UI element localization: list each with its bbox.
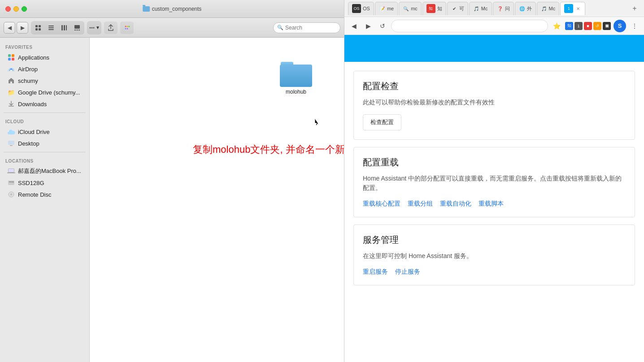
downloads-label: Downloads bbox=[18, 101, 47, 108]
gallery-view-button[interactable] bbox=[71, 22, 83, 34]
tab-ke[interactable]: ✔ 可 bbox=[447, 2, 468, 15]
service-mgmt-desc: 在这里即可控制 Home Assistant 服务。 bbox=[363, 251, 626, 261]
check-config-button[interactable]: 检查配置 bbox=[363, 114, 401, 130]
cursor bbox=[314, 117, 320, 126]
svg-rect-33 bbox=[9, 181, 12, 182]
config-reload-links: 重载核心配置 重载分组 重载自动化 重载脚本 bbox=[363, 200, 626, 208]
svg-point-17 bbox=[125, 26, 126, 27]
browser-forward-button[interactable]: ▶ bbox=[362, 20, 374, 32]
share-button[interactable] bbox=[104, 22, 117, 34]
finder-title-bar: custom_components bbox=[143, 6, 202, 12]
profile-button[interactable]: S bbox=[614, 20, 626, 32]
ssd128g-label: SSD128G bbox=[18, 180, 44, 186]
view-mode-group bbox=[31, 21, 84, 34]
search-input[interactable] bbox=[285, 25, 336, 31]
sidebar-divider-1 bbox=[4, 112, 86, 113]
config-check-desc: 此处可以帮助你检验最新修改的配置文件有效性 bbox=[363, 98, 626, 107]
svg-rect-26 bbox=[9, 106, 14, 107]
tab-wen[interactable]: ❓ 问 bbox=[493, 2, 514, 15]
action-button[interactable]: ▼ bbox=[88, 22, 100, 34]
tab-mc2[interactable]: 🎵 Mc bbox=[469, 2, 492, 15]
sidebar-item-google-drive[interactable]: 📁 Google Drive (schumy... bbox=[2, 86, 87, 98]
page-sections: 配置检查 此处可以帮助你检验最新修改的配置文件有效性 检查配置 配置重载 Hom… bbox=[344, 62, 644, 294]
tab-mc3[interactable]: 🎵 Mc bbox=[537, 2, 560, 15]
sidebar-item-ssd128g[interactable]: SSD128G bbox=[2, 177, 87, 189]
favorites-label: Favorites bbox=[0, 41, 89, 52]
ssd-icon bbox=[7, 179, 15, 187]
svg-point-20 bbox=[125, 28, 126, 29]
tab-label-os: OS bbox=[363, 6, 370, 11]
sidebar-item-macbook[interactable]: 郝嘉磊的MacBook Pro... bbox=[2, 165, 87, 177]
ext-icon-1[interactable]: 知 bbox=[565, 22, 573, 30]
svg-rect-11 bbox=[74, 30, 76, 30]
list-view-button[interactable] bbox=[45, 22, 57, 34]
browser-url-bar[interactable] bbox=[391, 20, 548, 32]
svg-rect-5 bbox=[48, 27, 54, 28]
sidebar-item-desktop[interactable]: Desktop bbox=[2, 138, 87, 149]
svg-rect-28 bbox=[10, 145, 13, 146]
minimize-button[interactable] bbox=[13, 6, 19, 12]
macbook-icon bbox=[7, 167, 15, 175]
tab-favicon-mc3: 🎵 bbox=[541, 5, 547, 12]
config-reload-desc: Home Assistant 中的部分配置可以直接重载，而无需重启服务。点击重载… bbox=[363, 174, 626, 193]
tag-button[interactable] bbox=[120, 22, 134, 34]
svg-point-19 bbox=[129, 26, 130, 27]
new-tab-button[interactable]: + bbox=[629, 3, 640, 14]
svg-point-16 bbox=[93, 27, 95, 28]
macbook-label: 郝嘉磊的MacBook Pro... bbox=[18, 167, 81, 175]
svg-rect-2 bbox=[35, 28, 38, 30]
close-button[interactable] bbox=[5, 6, 11, 12]
browser-window: OS OS 📝 me 🔍 mc 知 知 ✔ 可 🎵 Mc bbox=[344, 0, 644, 362]
section-config-reload: 配置重载 Home Assistant 中的部分配置可以直接重载，而无需重启服务… bbox=[353, 147, 635, 217]
stop-service-link[interactable]: 停止服务 bbox=[395, 268, 420, 276]
svg-point-36 bbox=[10, 194, 12, 195]
ext-icon-5[interactable]: 🔲 bbox=[603, 22, 611, 30]
title-folder-icon bbox=[143, 6, 150, 12]
ext-icon-2[interactable]: 1 bbox=[574, 22, 583, 30]
schumy-label: schumy bbox=[18, 78, 38, 84]
browser-reload-button[interactable]: ↺ bbox=[377, 20, 388, 32]
tab-label-me: me bbox=[387, 6, 394, 11]
forward-button[interactable]: ▶ bbox=[17, 22, 28, 34]
column-view-button[interactable] bbox=[58, 22, 70, 34]
reload-automation-link[interactable]: 重载自动化 bbox=[440, 200, 471, 208]
svg-rect-22 bbox=[8, 54, 11, 57]
sidebar-item-applications[interactable]: Applications bbox=[2, 52, 87, 63]
finder-toolbar: ◀ ▶ bbox=[0, 18, 344, 38]
tab-wai[interactable]: 🌐 外 bbox=[515, 2, 536, 15]
tab-os[interactable]: OS OS bbox=[348, 2, 374, 15]
tab-favicon-ke: ✔ bbox=[451, 5, 457, 12]
finder-sidebar: Favorites Applications AirDrop bbox=[0, 38, 90, 362]
sidebar-item-remote-disc[interactable]: Remote Disc bbox=[2, 189, 87, 200]
tab-zhi1[interactable]: 知 知 bbox=[422, 2, 446, 15]
restart-service-link[interactable]: 重启服务 bbox=[363, 268, 388, 276]
tab-favicon-os: OS bbox=[352, 4, 361, 13]
ext-icon-4[interactable]: ↺ bbox=[593, 22, 601, 30]
config-check-title: 配置检查 bbox=[363, 80, 626, 92]
reload-groups-link[interactable]: 重载分组 bbox=[408, 200, 433, 208]
molohub-folder-icon bbox=[280, 62, 312, 87]
tab-active[interactable]: 1 ✕ bbox=[560, 2, 585, 15]
maximize-button[interactable] bbox=[22, 6, 27, 12]
sidebar-item-airdrop[interactable]: AirDrop bbox=[2, 63, 87, 75]
bookmark-button[interactable]: ⭐ bbox=[551, 20, 562, 32]
ext-icon-3[interactable]: ■ bbox=[584, 22, 592, 30]
browser-omnibox-bar: ◀ ▶ ↺ ⭐ 知 1 ■ ↺ 🔲 S ⋮ bbox=[344, 17, 644, 35]
sidebar-item-schumy[interactable]: schumy bbox=[2, 75, 87, 86]
browser-more-button[interactable]: ⋮ bbox=[629, 20, 640, 32]
back-button[interactable]: ◀ bbox=[4, 22, 15, 34]
search-box[interactable]: 🔍 bbox=[273, 22, 340, 33]
finder-window: custom_components ◀ ▶ bbox=[0, 0, 344, 362]
schumy-icon bbox=[7, 77, 15, 85]
reload-core-config-link[interactable]: 重载核心配置 bbox=[363, 200, 400, 208]
browser-back-button[interactable]: ◀ bbox=[348, 20, 360, 32]
icon-view-button[interactable] bbox=[32, 22, 44, 34]
sidebar-item-downloads[interactable]: Downloads bbox=[2, 98, 87, 110]
svg-rect-1 bbox=[39, 25, 41, 27]
sidebar-item-icloud-drive[interactable]: iCloud Drive bbox=[2, 126, 87, 138]
tab-mc1[interactable]: 🔍 mc bbox=[399, 2, 422, 15]
molohub-folder[interactable]: molohub bbox=[278, 60, 314, 97]
tab-me[interactable]: 📝 me bbox=[375, 2, 398, 15]
reload-scripts-link[interactable]: 重载脚本 bbox=[479, 200, 504, 208]
tab-close-button[interactable]: ✕ bbox=[575, 5, 581, 12]
